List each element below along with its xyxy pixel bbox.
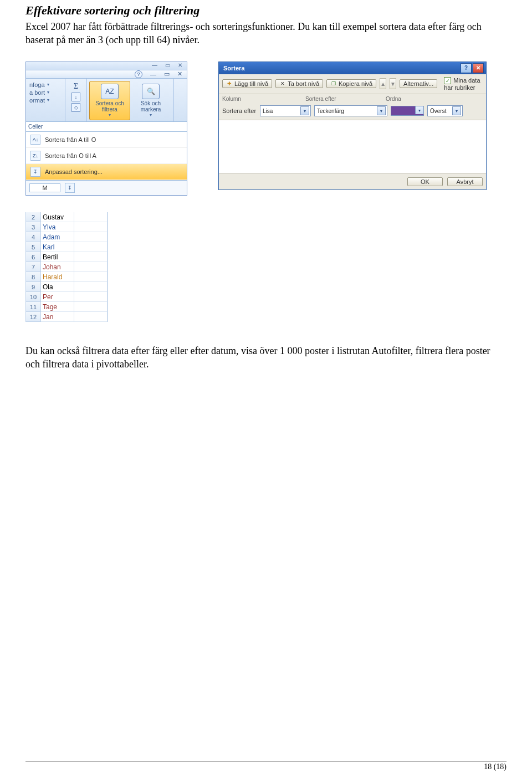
- sort-dropdown-menu: A↓Sortera från A till Ö Z↓Sortera från Ö…: [26, 131, 187, 180]
- dialog-body: [219, 120, 486, 174]
- add-level-button[interactable]: ✚Lägg till nivå: [222, 79, 272, 88]
- help-icon[interactable]: ?: [461, 63, 472, 73]
- row-number: 10: [25, 292, 41, 302]
- cell-value[interactable]: Adam: [41, 232, 74, 242]
- maximize-icon[interactable]: ▭: [164, 70, 170, 78]
- row-number: 3: [25, 222, 41, 232]
- move-down-button[interactable]: ▼: [390, 78, 396, 89]
- row-label: Sortera efter: [222, 108, 257, 114]
- cell-value[interactable]: Jan: [41, 312, 74, 322]
- cell-value[interactable]: Gustav: [41, 212, 74, 222]
- row-number: 7: [25, 262, 41, 272]
- move-up-button[interactable]: ▲: [380, 78, 386, 89]
- cell-empty[interactable]: [74, 242, 108, 252]
- custom-sort-icon: ↧: [30, 167, 40, 177]
- chevron-down-icon: ▾: [415, 106, 423, 114]
- cell-empty[interactable]: [74, 312, 108, 322]
- chevron-down-icon: ▾: [377, 106, 386, 115]
- cell-empty[interactable]: [74, 232, 108, 242]
- binoculars-icon: 🔍: [142, 84, 160, 99]
- row-number: 9: [25, 282, 41, 292]
- maximize-icon[interactable]: ▭: [165, 62, 170, 70]
- menu-sort-za[interactable]: Z↓Sortera från Ö till A: [26, 148, 187, 164]
- custom-sort-icon: ↧: [65, 183, 75, 193]
- column-combo[interactable]: Lisa▾: [260, 105, 311, 116]
- x-icon: ✕: [279, 81, 285, 87]
- cell-empty[interactable]: [74, 252, 108, 262]
- minimize-icon[interactable]: —: [152, 62, 157, 70]
- chevron-down-icon: ▾: [47, 90, 49, 95]
- cell-value[interactable]: Harald: [41, 272, 74, 282]
- header-kolumn: Kolumn: [222, 96, 305, 102]
- ribbon-title-bar: ? — ▭ ✕: [26, 70, 187, 79]
- cell-empty[interactable]: [74, 262, 108, 272]
- cell-empty[interactable]: [74, 222, 108, 232]
- format-button[interactable]: ormat▾: [28, 96, 63, 104]
- row-number: 4: [25, 232, 41, 242]
- copy-icon: ❐: [330, 81, 336, 87]
- insert-button[interactable]: nfoga▾: [28, 81, 63, 89]
- cell-empty[interactable]: [74, 272, 108, 282]
- table-row: 4Adam: [25, 232, 108, 242]
- fill-icon[interactable]: ↓: [71, 93, 80, 101]
- check-icon: ✓: [444, 77, 451, 84]
- table-row: 9Ola: [25, 282, 108, 292]
- cell-empty[interactable]: [74, 282, 108, 292]
- copy-level-button[interactable]: ❐Kopiera nivå: [326, 79, 376, 88]
- table-row: 6Bertil: [25, 252, 108, 262]
- cancel-button[interactable]: Avbryt: [447, 177, 483, 186]
- sort-filter-button[interactable]: A͏Z Sortera och filtrera ▾: [89, 81, 130, 120]
- sort-on-combo[interactable]: Teckenfärg▾: [314, 105, 387, 116]
- column-headers: Kolumn Sortera efter Ordna: [219, 94, 486, 104]
- clear-icon[interactable]: ◇: [71, 103, 80, 112]
- sort-level-row: Sortera efter Lisa▾ Teckenfärg▾ ▾ Överst…: [219, 104, 486, 120]
- color-picker[interactable]: ▾: [391, 106, 424, 116]
- cell-empty[interactable]: [74, 292, 108, 302]
- cell-value[interactable]: Ola: [41, 282, 74, 292]
- ok-button[interactable]: OK: [407, 177, 443, 186]
- cell-value[interactable]: Ylva: [41, 222, 74, 232]
- cell-empty[interactable]: [74, 302, 108, 312]
- row-number: 5: [25, 242, 41, 252]
- dialog-toolbar: ✚Lägg till nivå ✕Ta bort nivå ❐Kopiera n…: [219, 74, 486, 95]
- table-row: 10Per: [25, 292, 108, 302]
- delete-button[interactable]: a bort▾: [28, 89, 63, 96]
- minimize-icon[interactable]: —: [150, 71, 156, 78]
- cell-value[interactable]: Tage: [41, 302, 74, 312]
- sort-filter-icon: A͏Z: [101, 84, 119, 99]
- window-title-bar: — ▭ ✕: [26, 62, 187, 70]
- table-row: 12Jan: [25, 312, 108, 322]
- cell-value[interactable]: Per: [41, 292, 74, 302]
- close-icon[interactable]: ✕: [178, 62, 182, 70]
- close-icon[interactable]: ✕: [473, 63, 484, 73]
- cell-value[interactable]: Bertil: [41, 252, 74, 262]
- header-ordna: Ordna: [386, 96, 483, 102]
- remove-level-button[interactable]: ✕Ta bort nivå: [275, 79, 323, 88]
- find-select-button[interactable]: 🔍 Sök och markera ▾: [130, 81, 171, 120]
- cell-empty[interactable]: [74, 212, 108, 222]
- help-icon[interactable]: ?: [135, 70, 142, 78]
- sort-az-icon: A↓: [30, 135, 40, 145]
- dialog-title: Sortera: [223, 65, 245, 71]
- page-footer: 18 (18): [25, 761, 507, 771]
- headers-checkbox[interactable]: ✓Mina data har rubriker: [444, 77, 483, 91]
- table-row: 7Johan: [25, 262, 108, 272]
- menu-sort-az[interactable]: A↓Sortera från A till Ö: [26, 132, 187, 148]
- header-sortera-efter: Sortera efter: [305, 96, 386, 102]
- chevron-down-icon: ▾: [452, 106, 461, 115]
- autosum-icon[interactable]: Σ: [74, 82, 78, 91]
- chevron-down-icon: ▾: [47, 98, 49, 103]
- options-button[interactable]: Alternativ...: [400, 79, 437, 88]
- sort-za-icon: Z↓: [30, 151, 40, 161]
- cell-value[interactable]: Johan: [41, 262, 74, 272]
- close-icon[interactable]: ✕: [177, 70, 182, 78]
- group-label-cells: Celler: [26, 122, 187, 131]
- order-combo[interactable]: Överst▾: [427, 105, 463, 116]
- plus-icon: ✚: [226, 81, 232, 87]
- table-row: 2Gustav: [25, 212, 108, 222]
- body-paragraph: Du kan också filtrera data efter färg el…: [25, 344, 507, 371]
- cell-value[interactable]: Karl: [41, 242, 74, 252]
- name-box[interactable]: M: [29, 183, 60, 192]
- row-number: 12: [25, 312, 41, 322]
- menu-custom-sort[interactable]: ↧Anpassad sortering...: [26, 164, 187, 180]
